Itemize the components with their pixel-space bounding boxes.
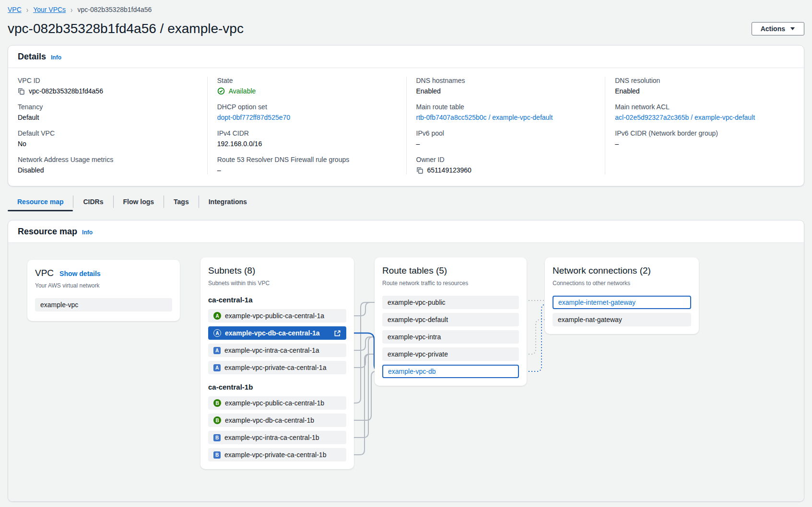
actions-button-label: Actions	[761, 25, 785, 33]
vpc-card: VPC Show details Your AWS virtual networ…	[27, 260, 180, 321]
field-route53-resolver-dns-firewall-rule-groups: Route 53 Resolver DNS Firewall rule grou…	[217, 156, 397, 174]
subnet-item[interactable]: B example-vpc-private-ca-central-1b	[208, 448, 346, 461]
field-ipv4-cidr: IPv4 CIDR 192.168.0.0/16	[217, 129, 397, 148]
az-b-badge: B	[213, 399, 221, 407]
breadcrumb-link-your-vpcs[interactable]: Your VPCs	[33, 6, 66, 13]
field-dns-resolution: DNS resolution Enabled	[615, 77, 794, 95]
vpc-card-title: VPC	[35, 267, 54, 279]
page-header: vpc-082b35328b1fd4a56 / example-vpc Acti…	[8, 21, 804, 36]
az-b-badge: B	[213, 416, 221, 424]
field-main-route-table: Main route table rtb-0fb7407a8cc525b0c /…	[416, 103, 596, 122]
az-group-ca-central-1a: ca-central-1a A example-vpc-public-ca-ce…	[208, 296, 346, 374]
network-connection-item[interactable]: example-nat-gateway	[553, 313, 691, 326]
subnet-item[interactable]: A example-vpc-public-ca-central-1a	[208, 309, 346, 323]
breadcrumb: VPC › Your VPCs › vpc-082b35328b1fd4a56	[8, 6, 804, 13]
tab-flow-logs[interactable]: Flow logs	[114, 194, 164, 211]
tab-integrations[interactable]: Integrations	[199, 194, 257, 211]
breadcrumb-separator-icon: ›	[71, 5, 72, 14]
resource-map-canvas: VPC Show details Your AWS virtual networ…	[8, 242, 804, 501]
copy-vpc-id-button[interactable]	[18, 88, 25, 95]
main-network-acl-link[interactable]: acl-02e5d92327a2c365b / example-vpc-defa…	[615, 113, 794, 122]
field-ipv6-cidr-network-border-group: IPv6 CIDR (Network border group) –	[615, 129, 794, 148]
field-state: State Available	[217, 77, 397, 95]
subnet-item[interactable]: A example-vpc-intra-ca-central-1a	[208, 344, 346, 357]
subnet-item-selected[interactable]: A example-vpc-db-ca-central-1a	[208, 326, 346, 340]
route-tables-title: Route tables (5)	[382, 265, 519, 277]
network-connection-item-selected[interactable]: example-internet-gateway	[553, 296, 691, 309]
subnets-card: Subnets (8) Subnets within this VPC ca-c…	[200, 257, 354, 469]
az-a-badge: A	[213, 347, 221, 354]
copy-icon	[416, 167, 424, 174]
page-title: vpc-082b35328b1fd4a56 / example-vpc	[8, 21, 244, 36]
subnets-subtitle: Subnets within this VPC	[208, 279, 346, 287]
check-circle-icon	[217, 87, 225, 95]
az-b-badge: B	[213, 451, 221, 459]
tab-tags[interactable]: Tags	[164, 194, 199, 211]
breadcrumb-current: vpc-082b35328b1fd4a56	[77, 6, 152, 13]
caret-down-icon	[790, 27, 795, 31]
tab-cidrs[interactable]: CIDRs	[73, 194, 113, 211]
details-grid: VPC ID vpc-082b35328b1fd4a56 Tenancy Def…	[8, 68, 804, 186]
field-default-vpc: Default VPC No	[18, 129, 198, 148]
network-connections-subtitle: Connections to other networks	[553, 279, 691, 287]
field-dns-hostnames: DNS hostnames Enabled	[416, 77, 596, 95]
route-tables-subtitle: Route network traffic to resources	[382, 279, 519, 287]
main-route-table-link[interactable]: rtb-0fb7407a8cc525b0c / example-vpc-defa…	[416, 113, 596, 122]
subnet-item[interactable]: A example-vpc-private-ca-central-1a	[208, 361, 346, 374]
vpc-details-page: VPC › Your VPCs › vpc-082b35328b1fd4a56 …	[0, 0, 812, 502]
field-tenancy: Tenancy Default	[18, 103, 198, 122]
breadcrumb-separator-icon: ›	[26, 5, 28, 14]
details-title: Details	[18, 52, 46, 62]
details-info-link[interactable]: Info	[51, 54, 61, 61]
resource-map-panel: Resource map Info	[8, 220, 804, 502]
vpc-id-value: vpc-082b35328b1fd4a56	[29, 87, 103, 95]
route-tables-card: Route tables (5) Route network traffic t…	[375, 257, 527, 386]
field-main-network-acl: Main network ACL acl-02e5d92327a2c365b /…	[615, 103, 794, 122]
az-a-badge: A	[213, 364, 221, 371]
details-panel: Details Info VPC ID vpc-082b35328b1fd4a5…	[8, 45, 804, 186]
field-vpc-id: VPC ID vpc-082b35328b1fd4a56	[18, 77, 198, 95]
route-table-item[interactable]: example-vpc-public	[382, 296, 519, 309]
field-dhcp-option-set: DHCP option set dopt-0bf772ff87d525e70	[217, 103, 397, 122]
network-connections-card: Network connections (2) Connections to o…	[545, 257, 699, 334]
owner-id-value: 651149123960	[427, 166, 471, 174]
tab-resource-map[interactable]: Resource map	[8, 194, 73, 211]
subnets-title: Subnets (8)	[208, 265, 346, 277]
route-table-item[interactable]: example-vpc-default	[382, 313, 519, 326]
resource-map-info-link[interactable]: Info	[82, 229, 93, 236]
field-network-address-usage-metrics: Network Address Usage metrics Disabled	[18, 156, 198, 174]
dhcp-option-set-link[interactable]: dopt-0bf772ff87d525e70	[217, 113, 397, 122]
route-table-item-selected[interactable]: example-vpc-db	[382, 365, 519, 378]
actions-button[interactable]: Actions	[752, 22, 804, 35]
subnet-item[interactable]: B example-vpc-db-ca-central-1b	[208, 414, 346, 427]
az-a-badge: A	[213, 329, 221, 337]
az-group-title: ca-central-1a	[208, 296, 346, 304]
vpc-card-subtitle: Your AWS virtual network	[35, 282, 172, 289]
copy-icon	[18, 88, 25, 95]
resource-map-title: Resource map	[18, 227, 77, 237]
subnet-item[interactable]: B example-vpc-intra-ca-central-1b	[208, 431, 346, 444]
field-owner-id: Owner ID 651149123960	[416, 156, 596, 174]
az-group-ca-central-1b: ca-central-1b B example-vpc-public-ca-ce…	[208, 383, 346, 461]
az-a-badge: A	[213, 312, 221, 320]
show-details-link[interactable]: Show details	[59, 270, 101, 277]
subnet-item[interactable]: B example-vpc-public-ca-central-1b	[208, 396, 346, 410]
breadcrumb-link-vpc[interactable]: VPC	[8, 6, 22, 13]
az-b-badge: B	[213, 434, 221, 441]
state-value: Available	[229, 87, 256, 95]
az-group-title: ca-central-1b	[208, 383, 346, 392]
route-table-item[interactable]: example-vpc-private	[382, 347, 519, 361]
copy-owner-id-button[interactable]	[416, 167, 424, 174]
field-ipv6-pool: IPv6 pool –	[416, 129, 596, 148]
route-table-item[interactable]: example-vpc-intra	[382, 330, 519, 344]
network-connections-title: Network connections (2)	[553, 265, 691, 277]
tabs-bar: Resource map CIDRs Flow logs Tags Integr…	[8, 194, 804, 211]
external-link-icon[interactable]	[334, 330, 341, 337]
vpc-item[interactable]: example-vpc	[35, 298, 172, 311]
